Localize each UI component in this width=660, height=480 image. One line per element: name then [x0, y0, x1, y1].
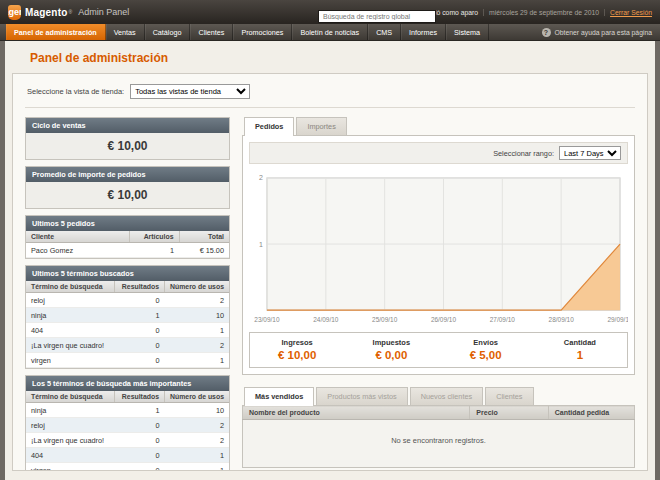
table-header-row: Término de búsquedaResultadosNúmero de u…	[26, 391, 229, 403]
tab-pedidos[interactable]: Pedidos	[244, 117, 294, 136]
tab-productos-mas-vistos[interactable]: Productos más vistos	[316, 387, 407, 405]
table-row: virgen01	[26, 353, 229, 368]
products-table: Nombre del productoPrecioCantidad pedida…	[242, 405, 635, 468]
table-header-row: Término de búsquedaResultadosNúmero de u…	[26, 281, 229, 293]
global-search	[318, 5, 436, 23]
chart-panel: Seleccionar rango: Last 7 Days 23/09/102…	[242, 135, 635, 375]
orders-chart: 23/09/1024/09/1025/09/1026/09/1027/09/10…	[249, 170, 628, 326]
lifetime-sales-value: € 10,00	[26, 133, 229, 159]
svg-text:23/09/10: 23/09/10	[254, 316, 280, 323]
table-row: Paco Gomez1€ 15.00	[26, 243, 229, 258]
total-ingresos: Ingresos € 10,00	[250, 333, 344, 367]
range-label: Seleccionar rango:	[493, 149, 554, 158]
svg-text:24/09/10: 24/09/10	[313, 316, 339, 323]
empty-row: No se encontraron registros.	[243, 420, 635, 468]
page-help-link[interactable]: ? Obtener ayuda para esta página	[542, 24, 653, 40]
top-header: Magento Magento ® Admin Panel Accedió co…	[0, 0, 660, 24]
average-orders-value: € 10,00	[26, 182, 229, 208]
table-row: 40401	[26, 323, 229, 338]
column-header: Cliente	[26, 231, 129, 243]
brand-name: Magento	[25, 7, 68, 18]
tab-clientes[interactable]: Clientes	[485, 387, 533, 405]
table-row: ninja110	[26, 403, 229, 418]
dashboard-right-column: Pedidos Importes Seleccionar rango: Last…	[242, 117, 635, 462]
tab-importes[interactable]: Importes	[296, 117, 346, 135]
total-envios: Envíos € 5,00	[439, 333, 533, 367]
help-icon: ?	[542, 28, 551, 37]
last-orders-table: ClienteArtículosTotal Paco Gomez1€ 15.00	[26, 231, 229, 258]
nav-item-catalogo[interactable]: Catálogo	[145, 24, 191, 40]
magento-logo-icon: Magento	[8, 5, 21, 20]
help-label: Obtener ayuda para esta página	[555, 29, 653, 36]
column-header: Total	[179, 231, 229, 243]
nav-item-ventas[interactable]: Ventas	[106, 24, 145, 40]
nav-item-clientes[interactable]: Clientes	[190, 24, 233, 40]
table-row: virgen01	[26, 463, 229, 472]
total-impuestos: Impuestos € 0,00	[344, 333, 438, 367]
products-tabs: Más vendidos Productos más vistos Nuevos…	[242, 387, 635, 405]
svg-text:26/09/10: 26/09/10	[431, 316, 457, 323]
tab-mas-vendidos[interactable]: Más vendidos	[244, 387, 314, 406]
nav-item-informes[interactable]: Informes	[401, 24, 446, 40]
total-cantidad: Cantidad 1	[533, 333, 627, 367]
svg-text:1: 1	[259, 241, 263, 248]
panel-title: Los 5 términos de búsqueda más important…	[26, 376, 229, 391]
totals-row: Ingresos € 10,00 Impuestos € 0,00 Envíos…	[249, 332, 628, 368]
table-header-row: Nombre del productoPrecioCantidad pedida	[243, 406, 635, 420]
registered-mark: ®	[69, 9, 73, 15]
store-switcher: Seleccione la vista de tienda: Todas las…	[25, 80, 635, 108]
table-header-row: ClienteArtículosTotal	[26, 231, 229, 243]
panel-title: Ciclo de ventas	[26, 118, 229, 133]
session-info: Accedió como aparo miércoles 29 de septi…	[416, 9, 652, 16]
table-row: 40401	[26, 448, 229, 463]
last-orders-panel: Ultimos 5 pedidos ClienteArtículosTotal …	[25, 215, 230, 259]
column-header: Número de usos	[165, 281, 230, 293]
page-title: Panel de administración	[30, 51, 648, 65]
table-row: ¡La virgen que cuadro!02	[26, 338, 229, 353]
no-records-message: No se encontraron registros.	[243, 420, 635, 468]
lifetime-sales-panel: Ciclo de ventas € 10,00	[25, 117, 230, 160]
nav-item-sistema[interactable]: Sistema	[446, 24, 489, 40]
nav-item-promociones[interactable]: Promociones	[233, 24, 292, 40]
table-row: ¡La virgen que cuadro!02	[26, 433, 229, 448]
last-search-terms-table: Término de búsquedaResultadosNúmero de u…	[26, 281, 229, 368]
table-row: reloj02	[26, 418, 229, 433]
column-header: Nombre del producto	[243, 406, 470, 420]
svg-text:25/09/10: 25/09/10	[372, 316, 398, 323]
table-row: reloj02	[26, 293, 229, 308]
column-header: Resultados	[115, 281, 165, 293]
tab-nuevos-clientes[interactable]: Nuevos clientes	[410, 387, 484, 405]
column-header: Resultados	[115, 391, 165, 403]
svg-text:27/09/10: 27/09/10	[490, 316, 516, 323]
range-selector-row: Seleccionar rango: Last 7 Days	[249, 142, 628, 164]
svg-text:2: 2	[259, 174, 263, 181]
column-header: Número de usos	[165, 391, 230, 403]
column-header: Término de búsqueda	[26, 391, 115, 403]
global-search-input[interactable]	[318, 10, 436, 23]
table-row: ninja110	[26, 308, 229, 323]
current-date: miércoles 29 de septiembre de 2010	[483, 9, 599, 16]
dashboard-left-column: Ciclo de ventas € 10,00 Promedio de impo…	[25, 117, 230, 462]
main-navigation: Panel de administración Ventas Catálogo …	[0, 24, 660, 41]
chart-area: 23/09/1024/09/1025/09/1026/09/1027/09/10…	[249, 170, 628, 326]
store-view-label: Seleccione la vista de tienda:	[27, 87, 124, 96]
average-orders-panel: Promedio de importe de pedidos € 10,00	[25, 166, 230, 209]
logout-link[interactable]: Cerrar Sesión	[604, 9, 652, 16]
column-header: Artículos	[129, 231, 179, 243]
svg-text:29/09/10: 29/09/10	[607, 316, 628, 323]
column-header: Término de búsqueda	[26, 281, 115, 293]
range-select[interactable]: Last 7 Days	[559, 146, 621, 160]
nav-item-cms[interactable]: CMS	[368, 24, 401, 40]
nav-item-boletin[interactable]: Boletín de noticias	[292, 24, 368, 40]
column-header: Cantidad pedida	[548, 406, 634, 420]
panel-title: Ultimos 5 pedidos	[26, 216, 229, 231]
column-header: Precio	[470, 406, 548, 420]
nav-item-dashboard[interactable]: Panel de administración	[6, 24, 106, 40]
product-name: Admin Panel	[78, 7, 129, 17]
chart-tabs: Pedidos Importes	[242, 117, 635, 135]
panel-title: Ultimos 5 términos buscados	[26, 266, 229, 281]
panel-title: Promedio de importe de pedidos	[26, 167, 229, 182]
top-search-terms-panel: Los 5 términos de búsqueda más important…	[25, 375, 230, 471]
top-search-terms-table: Término de búsquedaResultadosNúmero de u…	[26, 391, 229, 471]
store-view-select[interactable]: Todas las vistas de tienda	[130, 84, 250, 99]
